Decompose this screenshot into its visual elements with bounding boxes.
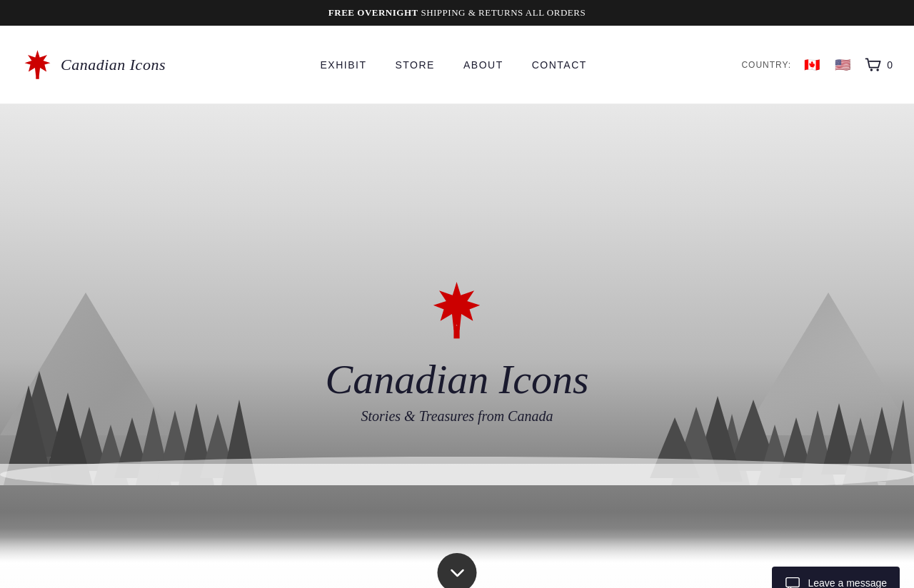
chat-widget[interactable]: Leave a message — [772, 567, 900, 588]
nav-item-contact[interactable]: CONTACT — [532, 59, 587, 71]
svg-point-2 — [877, 69, 880, 71]
nav-item-store[interactable]: STORE — [395, 59, 434, 71]
logo-maple-icon — [21, 49, 54, 81]
banner-rest-text: SHIPPING & RETURNS ALL ORDERS — [418, 7, 586, 18]
country-label: COUNTRY: — [741, 60, 791, 70]
hero-logo: Canadian Icons Stories & Treasures from … — [326, 279, 589, 425]
hero-tagline: Stories & Treasures from Canada — [326, 408, 589, 425]
hero-brand-name: Canadian Icons — [326, 357, 589, 402]
cart-count: 0 — [887, 59, 893, 71]
logo-area[interactable]: Canadian Icons — [21, 49, 166, 81]
cart-icon — [863, 55, 883, 75]
banner-bold-text: FREE OVERNIGHT — [328, 7, 418, 18]
usa-flag[interactable]: 🇺🇸 — [833, 59, 853, 71]
chat-icon — [785, 575, 800, 588]
svg-rect-30 — [454, 325, 460, 338]
hero-section: Canadian Icons Stories & Treasures from … — [0, 104, 914, 588]
svg-point-1 — [870, 69, 873, 71]
header-right: COUNTRY: 🇨🇦 🇺🇸 0 — [741, 55, 893, 75]
nav-item-about[interactable]: ABOUT — [463, 59, 503, 71]
chevron-down-icon — [447, 563, 467, 583]
logo-text: Canadian Icons — [61, 56, 166, 74]
hero-maple-icon — [425, 279, 489, 343]
nav-item-exhibit[interactable]: EXHIBIT — [321, 59, 367, 71]
chat-label: Leave a message — [808, 577, 887, 588]
cart-area[interactable]: 0 — [863, 55, 893, 75]
main-nav: EXHIBIT STORE ABOUT CONTACT — [321, 59, 587, 71]
header: Canadian Icons EXHIBIT STORE ABOUT CONTA… — [0, 26, 914, 104]
scroll-down-button[interactable] — [438, 553, 477, 588]
svg-rect-31 — [786, 578, 799, 587]
svg-rect-0 — [36, 73, 39, 79]
canada-flag[interactable]: 🇨🇦 — [802, 59, 822, 71]
top-banner: FREE OVERNIGHT SHIPPING & RETURNS ALL OR… — [0, 0, 914, 26]
